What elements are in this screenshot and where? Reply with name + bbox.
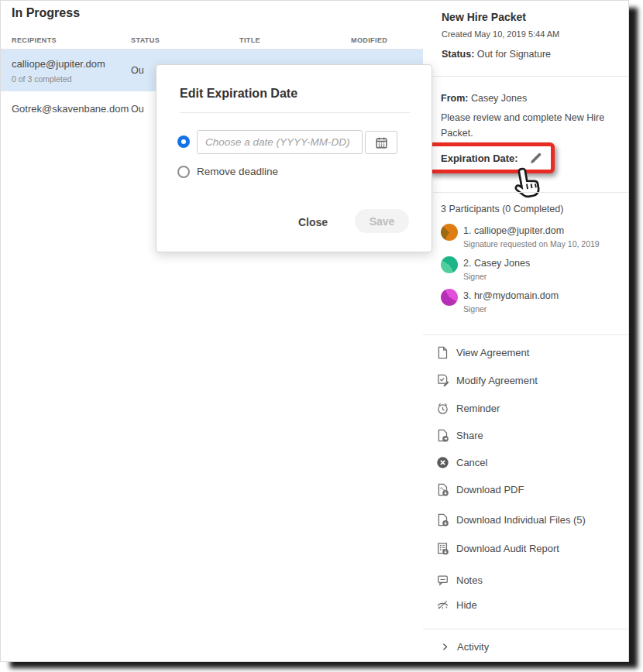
column-header-status: STATUS	[131, 36, 160, 44]
action-download-pdf[interactable]: Download PDF	[436, 483, 524, 496]
row-status: Ou	[131, 65, 144, 76]
row-recipient[interactable]: calliope@jupiter.dom	[12, 58, 105, 70]
download-individual-files-icon	[436, 513, 449, 526]
action-reminder[interactable]: Reminder	[436, 402, 500, 415]
participant-avatar	[441, 224, 458, 241]
agreements-window: In Progress RECIPIENTS STATUS TITLE MODI…	[0, 0, 629, 662]
agreement-created-date: Created May 10, 2019 5:44 AM	[442, 29, 559, 39]
remove-deadline-radio[interactable]	[177, 166, 190, 178]
chevron-right-icon	[441, 643, 449, 651]
action-view-agreement[interactable]: View Agreement	[436, 346, 529, 359]
date-input[interactable]	[197, 130, 363, 154]
page-title: In Progress	[12, 6, 80, 20]
panel-divider	[433, 192, 629, 193]
column-header-title: TITLE	[239, 36, 260, 44]
agreement-status: Status: Out for Signature	[442, 49, 551, 60]
row-progress: 0 of 3 completed	[12, 74, 72, 84]
action-hide[interactable]: Hide	[436, 598, 477, 612]
save-button[interactable]: Save	[355, 209, 409, 233]
activity-label: Activity	[457, 641, 489, 653]
status-value: Out for Signature	[477, 49, 551, 60]
reminder-icon	[436, 402, 449, 415]
action-notes[interactable]: Notes	[436, 574, 483, 587]
status-label: Status:	[442, 49, 474, 60]
participant-subtext: Signer	[463, 304, 487, 314]
agreement-title: New Hire Packet	[442, 11, 526, 23]
participant-subtext: Signature requested on May 10, 2019	[463, 239, 600, 249]
row-status: Ou	[131, 104, 144, 115]
panel-divider	[423, 629, 629, 629]
column-header-recipients: RECIPIENTS	[12, 36, 57, 44]
view-agreement-icon	[436, 346, 449, 359]
participants-header: 3 Participants (0 Completed)	[441, 204, 563, 214]
dialog-title: Edit Expiration Date	[180, 87, 297, 101]
modify-agreement-icon	[436, 374, 449, 387]
participant-name: 3. hr@mydomain.dom	[463, 290, 559, 301]
calendar-button[interactable]	[365, 131, 397, 154]
row-recipient[interactable]: Gotrek@skavenbane.dom	[12, 103, 129, 115]
participant-name: 1. calliope@jupiter.dom	[463, 225, 564, 236]
choose-date-radio[interactable]	[177, 135, 190, 148]
dialog-divider	[180, 112, 410, 113]
share-icon	[436, 429, 449, 442]
edit-expiration-date-dialog: Edit Expiration Date Remove deadline Clo…	[156, 64, 432, 252]
close-button[interactable]: Close	[290, 212, 336, 232]
action-cancel[interactable]: Cancel	[436, 456, 487, 469]
hide-icon	[436, 598, 449, 612]
action-modify-agreement[interactable]: Modify Agreement	[436, 374, 538, 387]
download-audit-report-icon	[436, 542, 449, 555]
column-header-modified: MODIFIED	[351, 36, 387, 44]
hand-cursor-icon	[507, 161, 548, 202]
from-value: Casey Jones	[471, 93, 527, 104]
remove-deadline-label: Remove deadline	[197, 166, 278, 177]
participant-avatar	[441, 256, 458, 273]
agreement-message: Please review and complete New Hire Pack…	[441, 110, 622, 141]
download-pdf-icon	[436, 483, 449, 496]
from-label: From:	[441, 93, 468, 104]
panel-divider	[423, 334, 629, 335]
activity-expander[interactable]: Activity	[441, 641, 489, 653]
action-share[interactable]: Share	[436, 429, 483, 442]
expiration-date-label: Expiration Date:	[441, 153, 518, 164]
agreement-from: From: Casey Jones	[441, 93, 527, 104]
action-download-individual-files[interactable]: Download Individual Files (5)	[436, 513, 586, 526]
panel-divider	[433, 76, 629, 77]
participant-subtext: Signer	[463, 272, 487, 281]
cancel-icon	[436, 456, 449, 469]
notes-icon	[436, 574, 449, 587]
participant-name: 2. Casey Jones	[463, 258, 530, 269]
participant-avatar	[441, 289, 458, 306]
calendar-icon	[375, 136, 388, 149]
action-download-audit-report[interactable]: Download Audit Report	[436, 542, 559, 555]
